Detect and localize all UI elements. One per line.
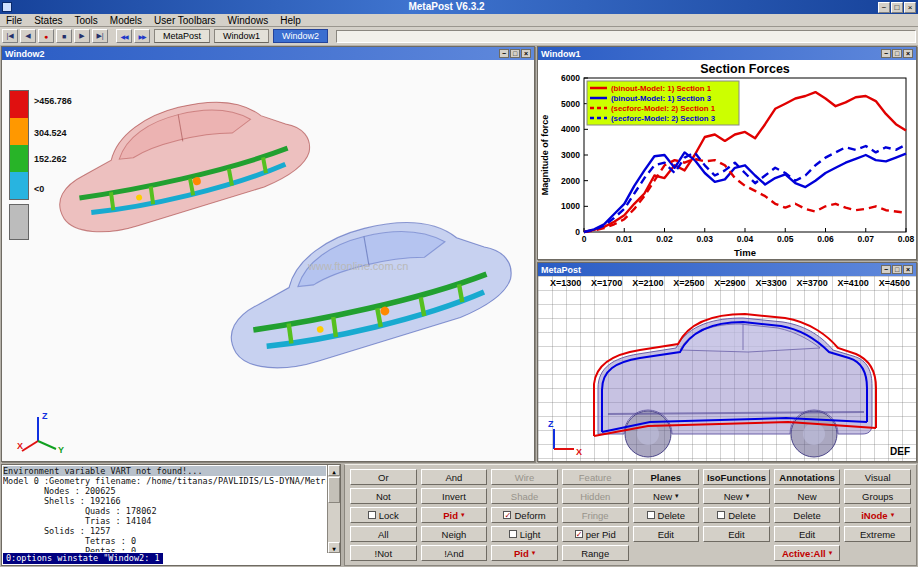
delete-plane-button[interactable]: Delete: [633, 507, 700, 523]
play-icon[interactable]: ▶: [74, 29, 90, 43]
extreme-button[interactable]: Extreme: [844, 526, 911, 542]
window1-plot-area[interactable]: 010002000300040005000600000.010.020.030.…: [538, 60, 916, 259]
y-axis-label: Y: [58, 445, 64, 455]
legend-seg-orange: [10, 118, 28, 145]
new-annotation-button[interactable]: New: [774, 488, 841, 504]
invert-button[interactable]: Invert: [421, 488, 488, 504]
and-button[interactable]: And: [421, 469, 488, 485]
scroll-thumb[interactable]: [328, 477, 340, 503]
not-button[interactable]: Not: [350, 488, 417, 504]
checkbox-checked-icon: ✓: [503, 511, 511, 519]
edit-plane-button[interactable]: Edit: [633, 526, 700, 542]
per-pid-label: per Pid: [586, 529, 616, 540]
console-scrollbar[interactable]: ▲ ▼: [327, 465, 340, 553]
close-icon[interactable]: ×: [521, 49, 531, 58]
svg-text:5000: 5000: [561, 99, 580, 109]
menu-states[interactable]: States: [28, 14, 68, 27]
edit-isofunction-button[interactable]: Edit: [703, 526, 770, 542]
feature-button[interactable]: Feature: [562, 469, 629, 485]
svg-text:Magnitude of force: Magnitude of force: [540, 115, 550, 196]
menu-file[interactable]: File: [0, 14, 28, 27]
new-isofunction-button[interactable]: New: [703, 488, 770, 504]
metapost-window-titlebar[interactable]: MetaPost − □ ×: [538, 263, 916, 276]
x-label: X=2900: [714, 278, 745, 288]
window2-frame: Window2 − □ ×: [1, 46, 535, 462]
menu-help[interactable]: Help: [274, 14, 307, 27]
fast-rewind-icon[interactable]: ◀◀: [116, 29, 132, 43]
stop-icon[interactable]: ■: [56, 29, 72, 43]
console-line: Shells : 192166: [3, 496, 326, 506]
close-icon[interactable]: ×: [903, 265, 913, 274]
fringe-button[interactable]: Fringe: [562, 507, 629, 523]
range-button[interactable]: Range: [562, 545, 629, 561]
svg-text:(secforc-Model: 2) Section 1: (secforc-Model: 2) Section 1: [611, 104, 716, 113]
delete-label: Delete: [728, 510, 755, 521]
console-line: Quads : 178062: [3, 506, 326, 516]
inode-button[interactable]: iNode: [844, 507, 911, 523]
visual-button[interactable]: Visual: [844, 469, 911, 485]
window1-titlebar[interactable]: Window1 − □ ×: [538, 47, 916, 60]
tab-window2[interactable]: Window2: [273, 29, 328, 43]
scroll-down-icon[interactable]: ▼: [328, 542, 340, 553]
menu-windows[interactable]: Windows: [222, 14, 275, 27]
neigh-button[interactable]: Neigh: [421, 526, 488, 542]
minimize-icon[interactable]: −: [499, 49, 509, 58]
checkbox-icon: [647, 511, 655, 519]
svg-text:0.03: 0.03: [696, 234, 713, 244]
maximize-icon[interactable]: □: [510, 49, 520, 58]
close-icon[interactable]: ×: [903, 49, 913, 58]
deform-label: Deform: [514, 510, 545, 521]
skip-to-end-icon[interactable]: ▶|: [92, 29, 108, 43]
edit-annotation-button[interactable]: Edit: [774, 526, 841, 542]
menu-models[interactable]: Models: [104, 14, 148, 27]
new-plane-button[interactable]: New: [633, 488, 700, 504]
step-back-icon[interactable]: ◀: [20, 29, 36, 43]
menu-tools[interactable]: Tools: [68, 14, 103, 27]
shade-button[interactable]: Shade: [491, 488, 558, 504]
z-axis-label: Z: [42, 411, 48, 421]
light-toggle[interactable]: Light: [491, 526, 558, 542]
minimize-icon[interactable]: −: [881, 265, 891, 274]
tab-metapost[interactable]: MetaPost: [154, 29, 210, 43]
annotations-header: Annotations: [774, 469, 841, 485]
x-label: X=4500: [879, 278, 910, 288]
per-pid-toggle[interactable]: ✓per Pid: [562, 526, 629, 542]
pid-mode-button[interactable]: Pid: [421, 507, 488, 523]
menu-user-toolbars[interactable]: User Toolbars: [148, 14, 222, 27]
maximize-icon[interactable]: □: [892, 49, 902, 58]
deform-toggle[interactable]: ✓Deform: [491, 507, 558, 523]
planes-header: Planes: [633, 469, 700, 485]
scroll-up-icon[interactable]: ▲: [328, 465, 340, 476]
tab-window1[interactable]: Window1: [214, 29, 269, 43]
lock-toggle[interactable]: Lock: [350, 507, 417, 523]
groups-button[interactable]: Groups: [844, 488, 911, 504]
skip-to-start-icon[interactable]: |◀: [2, 29, 18, 43]
and-excl-button[interactable]: !And: [421, 545, 488, 561]
active-all-button[interactable]: Active:All: [774, 545, 841, 561]
all-button[interactable]: All: [350, 526, 417, 542]
hidden-button[interactable]: Hidden: [562, 488, 629, 504]
delete-isofunction-button[interactable]: Delete: [703, 507, 770, 523]
close-icon[interactable]: ×: [904, 2, 916, 13]
record-icon[interactable]: ●: [38, 29, 54, 43]
metapost-side-viewport[interactable]: X=1300 X=1700 X=2100 X=2500 X=2900 X=330…: [538, 276, 916, 461]
command-input[interactable]: 0:options winstate "Window2: 1: [3, 553, 163, 564]
wire-button[interactable]: Wire: [491, 469, 558, 485]
maximize-icon[interactable]: □: [891, 2, 903, 13]
car-side-view[interactable]: [538, 276, 916, 461]
not-excl-button[interactable]: !Not: [350, 545, 417, 561]
car-models-3d-view[interactable]: [2, 60, 534, 461]
fast-forward-icon[interactable]: ▶▶: [134, 29, 150, 43]
minimize-icon[interactable]: −: [878, 2, 890, 13]
window2-titlebar[interactable]: Window2 − □ ×: [2, 47, 534, 60]
legend-seg-cyan: [10, 172, 28, 199]
maximize-icon[interactable]: □: [892, 265, 902, 274]
pid-fringe-button[interactable]: Pid: [491, 545, 558, 561]
section-forces-chart[interactable]: 010002000300040005000600000.010.020.030.…: [538, 60, 916, 259]
or-button[interactable]: Or: [350, 469, 417, 485]
delete-annotation-button[interactable]: Delete: [774, 507, 841, 523]
window2-3d-viewport[interactable]: >456.786 304.524 152.262 <0 www.ftonline…: [2, 60, 534, 461]
svg-text:0.04: 0.04: [737, 234, 754, 244]
minimize-icon[interactable]: −: [881, 49, 891, 58]
console-lines: Environment variable VART not found!... …: [3, 466, 326, 552]
